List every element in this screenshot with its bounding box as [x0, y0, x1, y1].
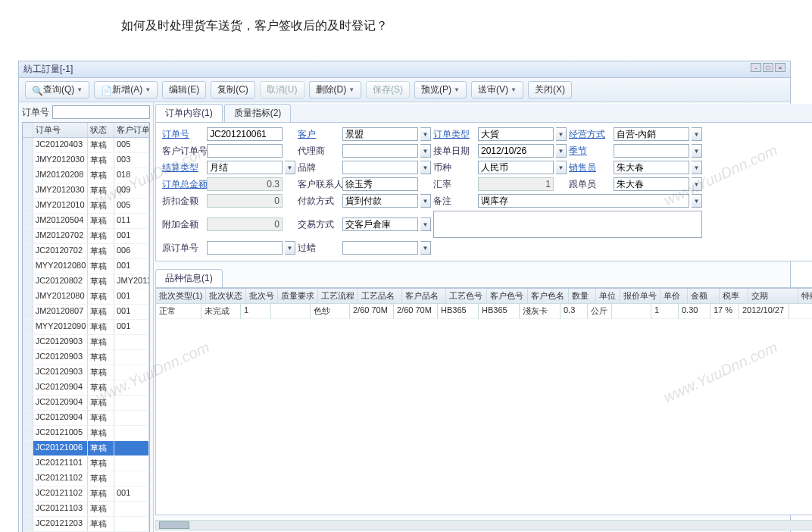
- lbl-sales[interactable]: 销售员: [569, 161, 611, 174]
- detail-col-header[interactable]: 单位: [596, 289, 620, 304]
- detail-col-header[interactable]: 特殊加工: [798, 289, 812, 304]
- field-sales[interactable]: [614, 161, 689, 174]
- order-list-row[interactable]: JMY2012080草稿001: [23, 289, 149, 305]
- trade-method-dropdown[interactable]: ▼: [420, 217, 431, 231]
- detail-col-header[interactable]: 报价单号: [620, 289, 661, 304]
- detail-grid-row[interactable]: 正常未完成1色纱2/60 70M2/60 70MHB365HB365淺灰卡0.3…: [156, 304, 812, 319]
- field-contact[interactable]: [342, 177, 418, 191]
- field-accept-date[interactable]: [478, 144, 554, 158]
- field-follower[interactable]: [614, 177, 689, 191]
- field-customer[interactable]: [342, 127, 418, 141]
- order-list-row[interactable]: JMY2012010草稿005: [23, 199, 149, 214]
- currency-dropdown[interactable]: ▼: [556, 161, 567, 174]
- customer-dropdown[interactable]: ▼: [420, 127, 431, 141]
- order-list-row[interactable]: JC20120904草稿: [23, 396, 149, 411]
- row-selector[interactable]: [23, 365, 33, 380]
- order-list-row[interactable]: MYY2012090草稿001: [23, 320, 149, 335]
- row-selector[interactable]: [23, 305, 33, 319]
- agent-dropdown[interactable]: ▼: [420, 144, 431, 158]
- lbl-total[interactable]: 订单总金额: [162, 178, 205, 191]
- row-selector[interactable]: [23, 320, 33, 334]
- biz-mode-dropdown[interactable]: ▼: [692, 127, 702, 141]
- row-selector[interactable]: [23, 502, 33, 516]
- field-remark-memo[interactable]: [433, 211, 702, 238]
- row-selector[interactable]: [23, 138, 33, 152]
- order-list-row[interactable]: JM20120807草稿001: [23, 305, 149, 320]
- lbl-settle-type[interactable]: 结算类型: [162, 161, 205, 174]
- detail-col-header[interactable]: 客户品名: [402, 289, 446, 304]
- col-status[interactable]: 状态: [88, 123, 114, 137]
- order-list-row[interactable]: JC20121006草稿: [23, 441, 149, 456]
- row-selector[interactable]: [23, 289, 33, 304]
- row-selector[interactable]: [23, 350, 33, 365]
- review-button[interactable]: 送审(V) ▼: [471, 81, 523, 99]
- detail-col-header[interactable]: 客户色名: [528, 289, 569, 304]
- row-selector[interactable]: [23, 456, 33, 471]
- order-list-row[interactable]: JC20121102草稿001: [23, 487, 149, 502]
- remark-dropdown[interactable]: ▼: [692, 194, 702, 208]
- detail-col-header[interactable]: 金额: [688, 289, 720, 304]
- field-stock-check[interactable]: [478, 194, 689, 208]
- row-selector[interactable]: [23, 259, 33, 274]
- field-orig-order[interactable]: [207, 241, 283, 255]
- copy-button[interactable]: 复制(C): [211, 81, 255, 99]
- order-list-row[interactable]: JC20121101草稿: [23, 456, 149, 471]
- row-selector[interactable]: [23, 380, 33, 395]
- order-list-row[interactable]: JC20121005草稿: [23, 426, 149, 441]
- col-order-id[interactable]: 订单号: [33, 123, 89, 137]
- lbl-order-type[interactable]: 订单类型: [433, 128, 476, 141]
- field-currency[interactable]: [478, 161, 554, 174]
- order-list-row[interactable]: JC20120903草稿: [23, 335, 149, 350]
- order-list-row[interactable]: JC20121103草稿: [23, 502, 149, 517]
- field-season[interactable]: [614, 144, 689, 158]
- order-no-search-input[interactable]: [52, 105, 150, 119]
- pay-method-dropdown[interactable]: ▼: [420, 194, 431, 208]
- sales-dropdown[interactable]: ▼: [692, 161, 702, 174]
- field-pay-method[interactable]: [342, 194, 418, 208]
- row-selector[interactable]: [23, 274, 33, 289]
- order-list-row[interactable]: JC20120903草稿: [23, 365, 149, 380]
- delete-button[interactable]: 删除(D) ▼: [309, 81, 362, 99]
- field-agent[interactable]: [342, 144, 418, 158]
- tab-quality[interactable]: 质量指标(2): [224, 104, 292, 122]
- field-order-type[interactable]: [478, 127, 554, 141]
- order-list-row[interactable]: JM20120208草稿018: [23, 168, 149, 183]
- detail-col-header[interactable]: 工艺流程: [318, 289, 358, 304]
- lbl-season[interactable]: 季节: [569, 145, 611, 158]
- row-selector[interactable]: [23, 229, 33, 243]
- brand-dropdown[interactable]: ▼: [420, 161, 431, 174]
- query-button[interactable]: 🔍 查询(Q) ▼: [25, 81, 89, 99]
- close-button[interactable]: 关闭(X): [528, 81, 572, 99]
- preview-button[interactable]: 预览(P) ▼: [414, 81, 467, 99]
- order-list-row[interactable]: JM20120702草稿001: [23, 229, 149, 244]
- row-selector[interactable]: [23, 183, 33, 198]
- detail-col-header[interactable]: 单价: [661, 289, 688, 304]
- orig-order-dropdown[interactable]: ▼: [285, 241, 295, 255]
- row-selector[interactable]: [23, 199, 33, 213]
- follower-dropdown[interactable]: ▼: [692, 177, 702, 191]
- row-selector[interactable]: [23, 396, 33, 410]
- field-brand[interactable]: [342, 161, 418, 174]
- detail-col-header[interactable]: 批次状态: [206, 289, 246, 304]
- close-window-button[interactable]: ×: [775, 63, 785, 72]
- row-selector[interactable]: [23, 471, 33, 486]
- lbl-order-no[interactable]: 订单号: [162, 128, 205, 141]
- detail-col-header[interactable]: 工艺色号: [446, 289, 487, 304]
- row-selector[interactable]: [23, 335, 33, 349]
- detail-col-header[interactable]: 客户色号: [487, 289, 528, 304]
- scrollbar-thumb[interactable]: [159, 521, 189, 529]
- tab-product-info[interactable]: 品种信息(1): [155, 269, 223, 287]
- maximize-button[interactable]: □: [763, 63, 773, 72]
- field-cust-order[interactable]: [207, 144, 283, 158]
- order-list-row[interactable]: MYY2012080草稿001: [23, 259, 149, 274]
- settle-type-dropdown[interactable]: ▼: [285, 161, 295, 174]
- detail-col-header[interactable]: 批次号: [246, 289, 278, 304]
- order-list-row[interactable]: JC20120904草稿: [23, 411, 149, 426]
- minimize-button[interactable]: -: [751, 63, 761, 72]
- row-selector[interactable]: [23, 487, 33, 501]
- field-settle-type[interactable]: [207, 161, 283, 174]
- field-overwax[interactable]: [342, 241, 418, 255]
- order-list-row[interactable]: JC20120403草稿005: [23, 138, 149, 153]
- order-list-row[interactable]: JC20120904草稿: [23, 380, 149, 396]
- field-order-no[interactable]: [207, 127, 283, 141]
